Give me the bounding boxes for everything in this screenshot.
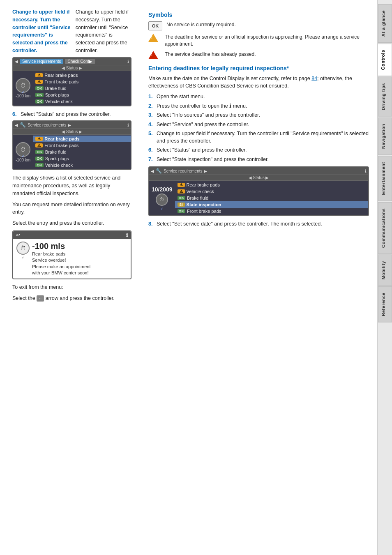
screen1-badge1: ⚠ <box>35 73 43 77</box>
sidebar-tab-navigation[interactable]: Navigation <box>378 117 392 155</box>
page-link[interactable]: 84 <box>311 76 317 81</box>
screen2-topbar: ◀ 🔧 Service requirements ▶ ℹ <box>13 121 131 129</box>
screen2-fwd-arrow: ▶ <box>68 123 71 127</box>
step6-right-text: Select "Status" and press the controller… <box>157 147 247 154</box>
sidebar-tab-controls[interactable]: Controls <box>378 44 392 76</box>
screen4-body: 10/2009 ⏱ ↙ ⚠ Rear brake pads ⚠ <box>149 181 368 215</box>
screen4-gauge-icon: ⏱ <box>156 193 168 206</box>
arrow-back-icon: ← <box>37 295 44 302</box>
sidebar-tab-communications[interactable]: Communications <box>378 202 392 254</box>
screen1-info-icon: ℹ <box>127 59 129 64</box>
screen1-item2: ⚠ Front brake pads <box>33 78 131 85</box>
symbol-warn-triangle: ! <box>148 34 158 42</box>
step6-number: 6. <box>12 111 18 118</box>
screen1-back-arrow: ◀ <box>15 59 18 64</box>
screen1-label2: Front brake pads <box>44 79 78 84</box>
sidebar-tab-at-a-glance[interactable]: At a glance <box>378 4 392 43</box>
display-para3: Select the entry and press the controlle… <box>12 219 131 227</box>
screen1-gauge-icon: ⏱ ↙ <box>16 78 30 93</box>
screen4-badge4: SI <box>178 203 185 207</box>
screen4-label4: State inspection <box>187 202 221 207</box>
screen3-gauge-icon: ⏱ <box>16 242 30 255</box>
screen4-info: ℹ <box>365 169 367 173</box>
step7: 7. Select "State inspection" and press t… <box>148 156 369 164</box>
screen3-mockup: ↩ ℹ ⏱ ↙ -100 mls Rear brake pads S <box>12 230 131 280</box>
screen1-topbar: ◀ Service requirements Check Cont▶ ℹ <box>13 58 131 65</box>
screen4-item3: OK Brake fluid <box>175 195 368 201</box>
screen2-mockup: ◀ 🔧 Service requirements ▶ ℹ ◀ Status ▶ … <box>12 120 131 170</box>
screen1-list: ⚠ Rear brake pads ⚠ Front brake pads OK … <box>33 71 131 106</box>
screen4-item4: SI State inspection <box>175 201 368 208</box>
screen4-icon: 🔧 <box>156 168 162 174</box>
sidebar-tab-driving-tips[interactable]: Driving tips <box>378 77 392 117</box>
symbols-heading: Symbols <box>148 12 369 18</box>
screen2-badge1: ⚠ <box>35 137 43 141</box>
deadlines-heading: Entering deadlines for legally required … <box>148 65 369 71</box>
step5-right: 5. Change to upper field if necessary. T… <box>148 130 369 145</box>
screen2-label4: Spark plugs <box>45 156 69 161</box>
screen1-badge4: OK <box>35 93 44 97</box>
screen2-list: ⚠ Rear brake pads ⚠ Front brake pads OK … <box>33 135 131 169</box>
symbol-red-text: The service deadline has already passed. <box>165 51 256 58</box>
screen2-label5: Vehicle check <box>45 163 73 168</box>
sidebar-tab-mobility[interactable]: Mobility <box>378 255 392 286</box>
screen2-gauge-icon: ⏱ ↙ <box>16 142 30 157</box>
step5-number: Change to upper field if necessary. Turn… <box>12 8 73 55</box>
step1-num: 1. <box>148 93 154 101</box>
screen2-icon: 🔧 <box>20 122 26 128</box>
step8-text: Select "Set service date" and press the … <box>157 220 322 228</box>
screen2-badge2: ⚠ <box>35 143 43 147</box>
step5-text: Change to upper field if necessary. Turn… <box>76 8 131 55</box>
screen1-label4: Spark plugs <box>45 92 69 97</box>
screen1-item5: OK Vehicle check <box>33 98 131 105</box>
symbols-section: Symbols OK No service is currently requi… <box>148 12 369 60</box>
screen4-badge3: OK <box>178 196 186 200</box>
screen4-arrow: ↙ <box>161 207 164 210</box>
display-para1: The display shows a list of selected ser… <box>12 174 131 197</box>
screen1-badge5: OK <box>35 99 44 104</box>
step2: 2. Press the controller to open the ℹ me… <box>148 103 369 110</box>
screen1-body: ⏱ ↙ -100 km ⚠ Rear brake pads ⚠ Front br… <box>13 71 131 106</box>
sidebar: At a glance Controls Driving tips Naviga… <box>377 0 392 555</box>
screen3-desc: Rear brake pads Service overdue! Please … <box>32 251 127 276</box>
sidebar-tab-entertainment[interactable]: Entertainment <box>378 156 392 201</box>
screen3-topbar: ↩ ℹ <box>13 231 131 239</box>
intro-para: Make sure the date on the Control Displa… <box>148 75 369 90</box>
screen4-label3: Brake fluid <box>187 196 208 200</box>
screen2-label3: Brake fluid <box>45 150 67 154</box>
step5-paragraph: Change to upper field if necessary. Turn… <box>12 8 131 55</box>
screen4-topbar: ◀ 🔧 Service requirements ▶ ℹ <box>149 167 368 175</box>
screen4-item1: ⚠ Rear brake pads <box>175 182 368 188</box>
steps-list: 1. Open the start menu. 2. Press the con… <box>148 93 369 163</box>
screen2-body: ⏱ ↙ -100 km ⚠ Rear brake pads ⚠ Front br… <box>13 135 131 169</box>
step1-text: Open the start menu. <box>157 93 205 101</box>
step3: 3. Select "Info sources" and press the c… <box>148 112 369 119</box>
step5-right-text: Change to upper field if necessary. Turn… <box>157 130 369 145</box>
step3-text: Select "Info sources" and press the cont… <box>157 112 260 119</box>
screen4-status: ◀ Status ▶ <box>149 175 368 181</box>
symbol-ok-text: No service is currently required. <box>166 21 236 28</box>
exit-label: To exit from the menu: <box>12 283 131 291</box>
screen2-title: Service requirements <box>28 123 66 127</box>
screen2-info: ℹ <box>127 123 129 127</box>
screen1-tab-service: Service requirements <box>20 59 63 64</box>
screen4-badge5: OK <box>178 209 186 213</box>
symbol-ok-box: OK <box>148 21 162 30</box>
screen2-item2: ⚠ Front brake pads <box>33 142 131 149</box>
screen4-badge1: ⚠ <box>178 183 185 187</box>
screen1-label5: Vehicle check <box>45 99 73 104</box>
step6-paragraph: 6. Select "Status" and press the control… <box>12 111 131 118</box>
screen1-mileage: -100 km <box>16 94 30 98</box>
screen2-label2: Front brake pads <box>44 143 78 148</box>
screen2-item4: OK Spark plugs <box>33 155 131 162</box>
screen4-title: Service requirements <box>164 169 202 173</box>
exit-instruction: Select the ← arrow and press the control… <box>12 295 131 302</box>
step4-num: 4. <box>148 121 154 129</box>
sidebar-tab-reference[interactable]: Reference <box>378 286 392 322</box>
screen4-item5: OK Front brake pads <box>175 208 368 214</box>
screen4-date: 10/2009 <box>152 186 173 193</box>
screen1-badge2: ⚠ <box>35 80 43 84</box>
screen3-back-arrow: ↩ <box>14 233 20 238</box>
screen2-badge5: OK <box>35 163 44 167</box>
step6-right: 6. Select "Status" and press the control… <box>148 147 369 154</box>
